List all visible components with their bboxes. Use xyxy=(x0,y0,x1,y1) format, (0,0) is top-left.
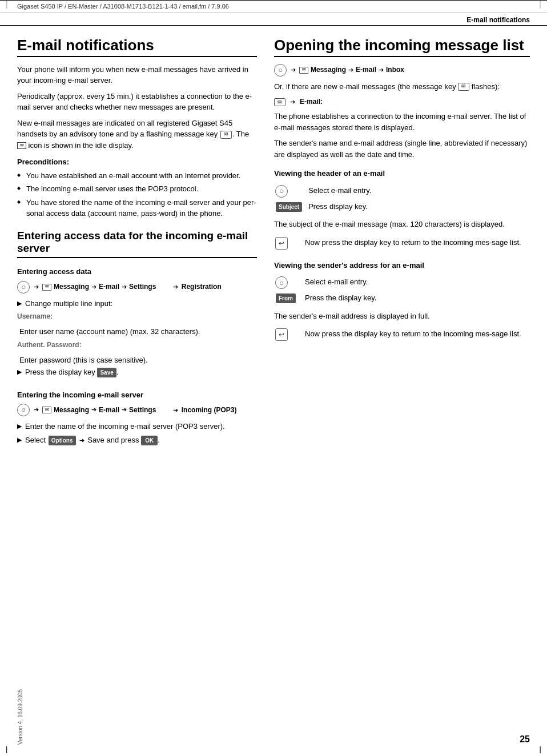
options-badge: Options xyxy=(49,436,76,445)
corner-mark-bl: | xyxy=(6,745,7,756)
msg-key-icon-3: ✉ xyxy=(274,98,285,106)
key-row-back: ↩ Now press the display key to return to… xyxy=(275,236,529,251)
viewing-sender-table: ☺ Select e-mail entry. From Press the di… xyxy=(274,274,530,306)
nav-circle-select-2: ☺ xyxy=(275,276,288,289)
key-row-circle: ☺ Select e-mail entry. xyxy=(275,184,529,199)
page-title-text: E-mail notifications xyxy=(466,16,530,24)
nav-email-icon-server: ✉ xyxy=(42,407,51,413)
viewing-sender-title: Viewing the sender's address for an e-ma… xyxy=(274,260,530,271)
authent-desc: Enter password (this is case sensitive). xyxy=(17,355,257,366)
subject-display-text: The subject of the e-mail message (max. … xyxy=(274,219,530,230)
arrow-icon-options: ▶ xyxy=(17,435,22,445)
back-icon-cell-2: ↩ xyxy=(275,327,304,342)
opening-section-title: Opening the incoming message list xyxy=(274,37,530,57)
preconditions-label: Preconditions: xyxy=(17,156,257,168)
from-badge-cell: From xyxy=(275,291,304,305)
preconditions-list: You have established an e-mail account w… xyxy=(17,170,257,219)
viewing-header-title: Viewing the header of an e-mail xyxy=(274,168,530,179)
select-options-item: ▶ Select Options ➔ Save and press OK. xyxy=(17,435,257,446)
email-icon-text: ✉ xyxy=(17,142,26,149)
intro-para-3: New e-mail messages are indicated on all… xyxy=(17,118,257,151)
press-display-key-cell-2: Press the display key. xyxy=(305,291,529,305)
nav-path-inbox: ☺ ➔ ✉ Messaging ➔ E-mail ➔ Inbox xyxy=(274,64,530,77)
save-text: Save xyxy=(87,436,104,444)
nav-email-icon-inbox: ✉ xyxy=(299,67,308,74)
key-row-from: From Press the display key. xyxy=(275,291,529,305)
sender-address-text: The sender's e-mail address is displayed… xyxy=(274,311,530,322)
press-save-item: ▶ Press the display key Save. xyxy=(17,367,257,378)
corner-mark-br: | xyxy=(540,745,541,756)
now-press-return-cell-2: Now press the display key to return to t… xyxy=(305,327,529,342)
viewing-header-table: ☺ Select e-mail entry. Subject Press dis… xyxy=(274,183,530,215)
enter-name-item: ▶ Enter the name of the incoming e-mail … xyxy=(17,421,257,432)
press-display-key-text: Press the display key Save. xyxy=(25,367,118,378)
select-email-entry-cell-2: Select e-mail entry. xyxy=(305,275,529,290)
enter-name-text: Enter the name of the incoming e-mail se… xyxy=(25,421,225,432)
msg-key-icon-2: ✉ xyxy=(458,83,469,91)
top-header: Gigaset S450 IP / EN-Master / A31008-M17… xyxy=(0,0,547,13)
intro-para-1: Your phone will inform you when new e-ma… xyxy=(17,64,257,86)
msg-key-icon-inline: ✉ xyxy=(220,131,232,139)
precondition-2: The incoming e-mail server uses the POP3… xyxy=(17,183,257,195)
select-options-text: Select Options ➔ Save and press OK. xyxy=(25,435,160,446)
sender-display-text: The sender's name and e-mail address (si… xyxy=(274,138,530,160)
select-email-entry-cell: Select e-mail entry. xyxy=(308,184,529,199)
nav-path-access: ☺ ➔ ✉ Messaging ➔ E-mail ➔ Settings ➔ Re… xyxy=(17,281,257,293)
back-arrow-icon: ↩ xyxy=(275,237,288,250)
main-section-title: E-mail notifications xyxy=(17,37,257,57)
corner-marks-bottom: | | xyxy=(0,745,547,756)
precondition-1: You have established an e-mail account w… xyxy=(17,170,257,182)
from-badge: From xyxy=(276,293,296,303)
nav-messaging-icon-access: ✉ xyxy=(42,284,51,291)
nav-circle-icon-access: ☺ xyxy=(17,281,30,293)
entering-server-label: Entering the incoming e-mail server xyxy=(17,389,257,401)
page-container: | | Gigaset S450 IP / EN-Master / A31008… xyxy=(0,0,547,756)
ok-badge: OK xyxy=(141,436,158,445)
right-page-title: E-mail notifications xyxy=(0,13,547,26)
back-key-table-2: ↩ Now press the display key to return to… xyxy=(274,326,530,343)
nav-circle-icon-server: ☺ xyxy=(17,404,30,416)
arrow-icon-enter-name: ▶ xyxy=(17,421,22,431)
press-display-key-cell: Press display key. xyxy=(308,200,529,214)
now-press-return-cell: Now press the display key to return to t… xyxy=(305,236,529,251)
key-row-subject: Subject Press display key. xyxy=(275,200,529,214)
connection-text: The phone establishes a connection to th… xyxy=(274,111,530,133)
back-key-table: ↩ Now press the display key to return to… xyxy=(274,235,530,252)
nav-circle-icon-inbox: ☺ xyxy=(274,64,287,77)
circle-key-cell: ☺ xyxy=(275,184,307,199)
save-badge: Save xyxy=(97,368,116,377)
subject-badge-cell: Subject xyxy=(275,200,307,214)
intro-para-2: Periodically (approx. every 15 min.) it … xyxy=(17,91,257,113)
authent-label: Authent. Password: xyxy=(17,340,257,350)
key-row-circle-2: ☺ Select e-mail entry. xyxy=(275,275,529,290)
or-if-text: Or, if there are new e-mail messages (th… xyxy=(274,81,530,93)
username-label: Username: xyxy=(17,311,257,321)
access-section-title: Entering access data for the incoming e-… xyxy=(17,230,257,259)
change-multiple-line: ▶ Change multiple line input: xyxy=(17,298,257,309)
nav-circle-select: ☺ xyxy=(275,185,288,198)
username-desc: Enter user name (account name) (max. 32 … xyxy=(17,326,257,337)
left-column: E-mail notifications Your phone will inf… xyxy=(17,37,257,448)
subject-badge: Subject xyxy=(276,202,302,212)
nav-path-server: ☺ ➔ ✉ Messaging ➔ E-mail ➔ Settings ➔ In… xyxy=(17,404,257,416)
arrow-icon-change: ▶ xyxy=(17,299,22,308)
circle-key-cell-2: ☺ xyxy=(275,275,304,290)
back-arrow-icon-2: ↩ xyxy=(275,328,288,341)
breadcrumb: Gigaset S450 IP / EN-Master / A31008-M17… xyxy=(17,3,229,10)
entering-access-label: Entering access data xyxy=(17,266,257,278)
page-number: 25 xyxy=(520,734,530,745)
arrow-icon-save: ▶ xyxy=(17,367,22,377)
version-text: Version 4, 16.09.2005 xyxy=(17,689,23,745)
right-column: Opening the incoming message list ☺ ➔ ✉ … xyxy=(274,37,530,448)
nav-path-email-key: ✉ ➔ E-mail: xyxy=(274,96,530,107)
precondition-3: You have stored the name of the incoming… xyxy=(17,197,257,219)
key-row-back-2: ↩ Now press the display key to return to… xyxy=(275,327,529,342)
page-footer: Version 4, 16.09.2005 25 xyxy=(0,689,547,745)
back-icon-cell: ↩ xyxy=(275,236,304,251)
main-content: E-mail notifications Your phone will inf… xyxy=(0,26,547,459)
